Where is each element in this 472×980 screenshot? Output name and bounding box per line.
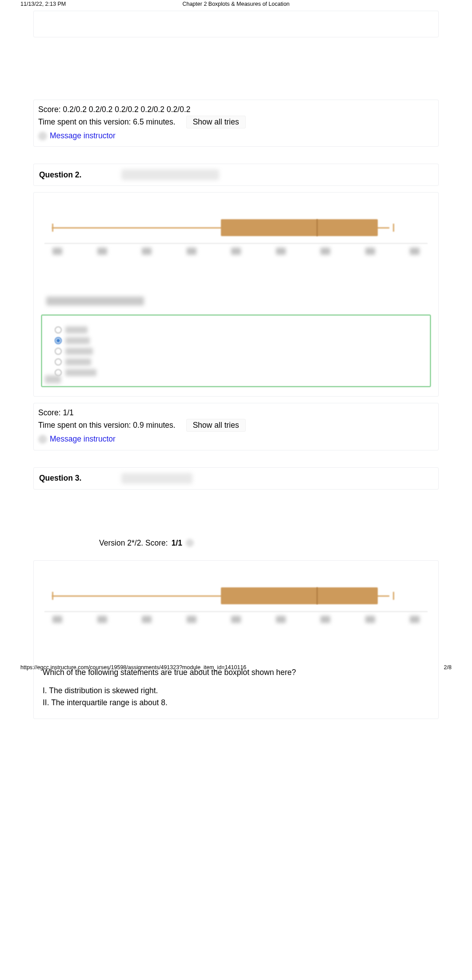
option-row[interactable] [55,326,417,333]
print-header: 11/13/22, 2:13 PM Chapter 2 Boxplots & M… [0,0,472,7]
boxplot-chart [44,217,428,270]
option-row[interactable] [55,358,417,365]
message-instructor-link[interactable]: Message instructor [50,433,116,445]
blurred-feedback-icon [45,375,61,383]
radio-icon [55,326,62,333]
question-number: Question 2. [39,170,81,180]
question-number: Question 3. [39,474,81,483]
statement-2: II. The interquartile range is about 8. [43,697,429,709]
mail-icon [38,435,47,444]
show-all-tries-button[interactable]: Show all tries [186,419,246,432]
score-line: Score: 1/1 [38,407,434,419]
statement-1: I. The distribution is skewed right. [43,685,429,697]
score-line: Score: 0.2/0.2 0.2/0.2 0.2/0.2 0.2/0.2 0… [38,104,434,116]
blurred-icon [186,539,194,547]
radio-icon [55,358,62,365]
print-page-number: 2/8 [444,664,452,671]
show-all-tries-button[interactable]: Show all tries [186,116,246,129]
radio-icon [55,348,62,355]
question-2-block: Question 2. [33,164,439,450]
option-row[interactable] [55,337,417,344]
blurred-prompt [46,297,144,305]
boxplot-chart [44,585,428,638]
blurred-controls [121,473,192,484]
blurred-controls [121,169,219,180]
question-1-footer: Score: 0.2/0.2 0.2/0.2 0.2/0.2 0.2/0.2 0… [33,100,439,147]
question-2-body [33,192,439,397]
print-title: Chapter 2 Boxplots & Measures of Locatio… [0,1,472,7]
question-3-block: Question 3. Version 2*/2. Score: 1/1 [33,467,439,719]
version-label: Version 2*/2. Score: [99,538,168,548]
version-score-row: Version 2*/2. Score: 1/1 [33,534,439,552]
mail-icon [38,132,47,141]
print-url: https://egcc.instructure.com/courses/195… [20,664,246,671]
radio-selected-icon [55,337,62,344]
blurred-option-label [65,369,96,376]
blurred-option-label [65,358,91,365]
message-instructor-link[interactable]: Message instructor [50,130,116,142]
question-2-header: Question 2. [33,164,439,186]
previous-question-remnant [33,11,439,37]
print-datetime: 11/13/22, 2:13 PM [20,1,66,7]
print-footer: https://egcc.instructure.com/courses/195… [0,664,472,671]
option-row[interactable] [55,369,417,376]
question-3-header: Question 3. [33,467,439,490]
blurred-option-label [65,337,90,344]
time-spent: Time spent on this version: 6.5 minutes. [38,116,176,128]
question-2-footer: Score: 1/1 Time spent on this version: 0… [33,403,439,450]
version-score: 1/1 [172,538,182,548]
blurred-option-label [65,326,88,333]
time-spent: Time spent on this version: 0.9 minutes. [38,419,176,431]
blurred-option-label [65,348,93,355]
answer-choices-correct [41,314,431,387]
question-3-body: Which of the following statements are tr… [33,560,439,719]
option-row[interactable] [55,348,417,355]
